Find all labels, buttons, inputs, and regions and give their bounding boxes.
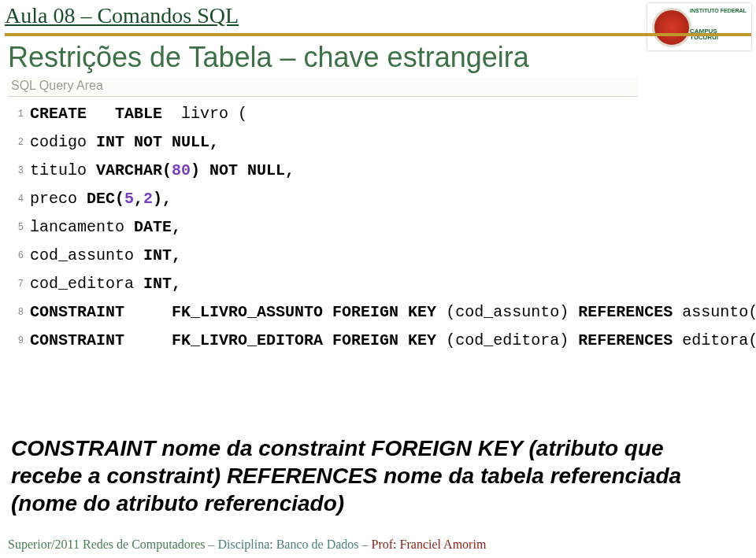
line-number: 6 [8, 242, 24, 270]
code-token: REFERENCES [578, 303, 673, 321]
code-token [323, 331, 332, 349]
code-token: ), [153, 190, 172, 208]
code-token: livro ( [162, 105, 247, 123]
code-token: ( [162, 161, 172, 179]
code-token: lancamento [30, 218, 134, 236]
line-number: 1 [8, 100, 24, 128]
lesson-title: Aula 08 – Comandos SQL [5, 3, 239, 28]
code-token: preco [30, 190, 87, 208]
institution-logo: INSTITUTO FEDERAL CAMPUS TUCURUÍ [647, 3, 751, 50]
code-token: 5 [124, 190, 134, 208]
footer-left: Superior/2011 Redes de Computadores [8, 538, 205, 551]
code-line: 3titulo VARCHAR(80) NOT NULL, [8, 157, 638, 185]
code-token: TABLE [115, 105, 162, 123]
code-line: 1CREATE TABLE livro ( [8, 100, 638, 128]
code-token [323, 303, 332, 321]
code-token: cod_editora [30, 275, 143, 293]
code-token: FK_LIVRO_EDITORA [172, 331, 323, 349]
code-token: CONSTRAINT [30, 303, 124, 321]
sql-query-panel: SQL Query Area 1CREATE TABLE livro (2cod… [8, 77, 638, 355]
code-token: (cod_editora) [436, 331, 578, 349]
code-line: 9CONSTRAINT FK_LIVRO_EDITORA FOREIGN KEY… [8, 327, 638, 355]
line-number: 3 [8, 157, 24, 185]
line-number: 2 [8, 128, 24, 157]
footer-mid: Disciplina: Banco de Dados [217, 538, 358, 551]
code-token: 80 [172, 161, 191, 179]
footer-dash: – [359, 538, 372, 551]
code-token: NOT NULL, [209, 161, 295, 179]
code-token: INT NOT NULL, [96, 133, 219, 151]
header: Aula 08 – Comandos SQL INSTITUTO FEDERAL… [5, 3, 751, 35]
footer-dash: – [205, 538, 217, 551]
code-token [124, 331, 172, 349]
line-number: 4 [8, 185, 24, 213]
code-token: , [134, 190, 143, 208]
code-token: DEC [87, 190, 115, 208]
code-token: ( [115, 190, 124, 208]
line-number: 7 [8, 270, 24, 298]
code-token: CREATE [30, 105, 87, 123]
code-token: ) [191, 161, 200, 179]
sql-query-label: SQL Query Area [8, 77, 638, 97]
code-token: FK_LIVRO_ASSUNTO [172, 303, 323, 321]
code-line: 2codigo INT NOT NULL, [8, 128, 638, 157]
code-token: 2 [143, 190, 153, 208]
syntax-explanation: CONSTRAINT nome da constraint FOREIGN KE… [11, 434, 724, 517]
footer: Superior/2011 Redes de Computadores – Di… [8, 538, 748, 552]
code-token: editora(codigo)); [673, 331, 756, 349]
logo-badge-icon [652, 8, 691, 47]
footer-right: Prof: Franciel Amorim [372, 538, 487, 551]
code-token: cod_assunto [30, 246, 143, 264]
code-token: INT, [143, 246, 181, 264]
line-number: 9 [8, 327, 24, 355]
code-token: REFERENCES [578, 331, 673, 349]
line-number: 8 [8, 298, 24, 327]
code-token: FOREIGN KEY [332, 331, 436, 349]
code-token [200, 161, 209, 179]
code-line: 8CONSTRAINT FK_LIVRO_ASSUNTO FOREIGN KEY… [8, 298, 638, 327]
logo-text: INSTITUTO FEDERAL [690, 8, 747, 14]
line-number: 5 [8, 213, 24, 242]
code-token [87, 105, 115, 123]
code-token: DATE, [134, 218, 181, 236]
code-token: titulo [30, 161, 96, 179]
code-token: VARCHAR [96, 161, 162, 179]
code-line: 4preco DEC(5,2), [8, 185, 638, 213]
code-token: (cod_assunto) [436, 303, 578, 321]
sql-code-area: 1CREATE TABLE livro (2codigo INT NOT NUL… [8, 97, 638, 355]
code-token [124, 303, 172, 321]
code-line: 7cod_editora INT, [8, 270, 638, 298]
divider [5, 33, 751, 36]
code-line: 5lancamento DATE, [8, 213, 638, 242]
code-token: INT, [143, 275, 181, 293]
code-line: 6cod_assunto INT, [8, 242, 638, 270]
code-token: assunto(codigo), [673, 303, 756, 321]
code-token: CONSTRAINT [30, 331, 124, 349]
slide-subtitle: Restrições de Tabela – chave estrangeira [8, 41, 529, 74]
code-token: codigo [30, 133, 96, 151]
slide: Aula 08 – Comandos SQL INSTITUTO FEDERAL… [0, 0, 756, 558]
code-token: FOREIGN KEY [332, 303, 436, 321]
